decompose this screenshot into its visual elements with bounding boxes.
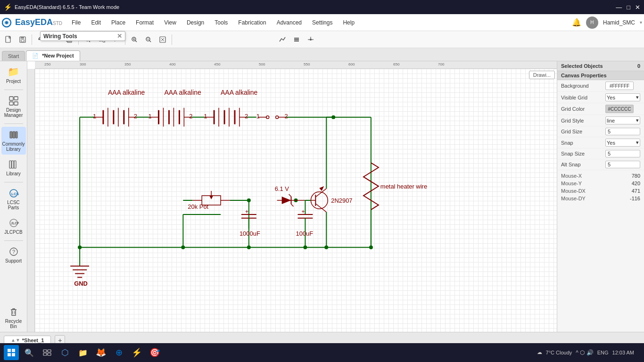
rp-bg-color[interactable]: #FFFFFF — [605, 82, 634, 90]
taskbar-explorer[interactable]: 📁 — [75, 345, 91, 360]
tab-project-icon: 📄 — [32, 53, 39, 58]
sidebar-item-commonly-library[interactable]: Commonly Library — [1, 127, 26, 155]
rp-label-grid-size: Grid Size — [561, 129, 603, 134]
label-aaa3: AAA alkaline — [221, 89, 258, 96]
rp-label-grid-style: Grid Style — [561, 118, 603, 123]
svg-rect-32 — [9, 97, 13, 100]
mouse-dx-value: 471 — [632, 188, 640, 194]
rp-grid-size-value[interactable]: 5 — [605, 128, 640, 135]
taskbar-vscode[interactable]: ⬡ — [58, 345, 73, 360]
label-gnd: GND — [74, 280, 88, 287]
tab-project[interactable]: 📄 *New Project — [26, 50, 80, 61]
taskbar-easyeda[interactable]: ⚡ — [129, 345, 144, 360]
menu-settings[interactable]: Settings — [307, 17, 337, 28]
svg-line-23 — [149, 41, 151, 42]
menu-view[interactable]: View — [159, 17, 181, 28]
wiring-tools-popup[interactable]: Wiring Tools ✕ — [40, 31, 125, 41]
minimize-button[interactable]: — — [616, 4, 622, 11]
menu-fabrication[interactable]: Fabrication — [233, 17, 271, 28]
design-manager-icon — [8, 96, 19, 106]
mouse-x-value: 780 — [632, 173, 640, 179]
sidebar-divider-4 — [4, 240, 23, 241]
new-button[interactable] — [2, 33, 15, 46]
notification-icon[interactable]: 🔔 — [572, 18, 581, 27]
tab-start[interactable]: Start — [2, 51, 25, 61]
pot-arrow — [209, 196, 213, 199]
menu-design[interactable]: Design — [182, 17, 209, 28]
mouse-dy-value: -116 — [630, 196, 640, 201]
taskbar-search[interactable]: 🔍 — [22, 345, 37, 360]
svg-text:LCSC: LCSC — [11, 192, 19, 196]
taskbar-firefox[interactable]: 🦊 — [93, 345, 108, 360]
sidebar-item-design-manager[interactable]: Design Manager — [1, 93, 26, 121]
sidebar-item-lcsc-parts[interactable]: LCSC LCSC Parts — [1, 185, 26, 213]
rp-grid-color[interactable]: #CCCCCC — [605, 105, 634, 113]
svg-rect-34 — [14, 97, 18, 100]
mouse-dx-label: Mouse-DX — [561, 188, 586, 194]
pin2-bat4: 2 — [285, 113, 288, 120]
close-button[interactable]: ✕ — [635, 4, 640, 11]
place-wire-button[interactable] — [276, 33, 289, 46]
taskbar-clock[interactable]: 12:03 AM — [612, 349, 634, 356]
svg-rect-120 — [8, 349, 11, 352]
menu-file[interactable]: File — [67, 17, 85, 28]
sidebar-item-project[interactable]: 📁 Project — [1, 63, 26, 87]
fit-button[interactable] — [156, 33, 169, 46]
menu-advanced[interactable]: Advanced — [272, 17, 306, 28]
bus-icon — [293, 36, 300, 43]
place-junction-button[interactable] — [304, 33, 317, 46]
taskbar-taskview[interactable] — [40, 345, 55, 360]
sidebar-item-recycle-bin[interactable]: Recycle Bin — [1, 304, 26, 332]
sidebar-item-jlcpcb[interactable]: JLCPCB JLCPCB — [1, 215, 26, 238]
rp-visible-grid-select[interactable]: Yes ▾ — [605, 93, 640, 101]
rp-snap-select[interactable]: Yes ▾ — [605, 139, 640, 147]
ruler-tick-550: 550 — [304, 62, 310, 66]
rp-grid-style-value: line — [607, 118, 615, 123]
save-button[interactable] — [16, 33, 29, 46]
commonly-library-icon — [8, 130, 19, 140]
menu-help[interactable]: Help — [338, 17, 359, 28]
sidebar-label-design-manager: Design Manager — [2, 107, 25, 118]
menu-format[interactable]: Format — [131, 17, 158, 28]
schematic-canvas[interactable]: Drawi... .sch-text { font-family: Arial,… — [35, 69, 557, 332]
start-button[interactable] — [4, 345, 19, 360]
rp-row-grid-color: Grid Color #CCCCCC — [557, 103, 644, 115]
wiring-tools-close[interactable]: ✕ — [117, 33, 122, 40]
junction-mid-bottom — [181, 246, 185, 249]
menu-tools[interactable]: Tools — [210, 17, 232, 28]
window-controls[interactable]: — □ ✕ — [616, 4, 640, 11]
zoom-out-button[interactable] — [142, 33, 155, 46]
title-bar: ⚡ EasyEDA(Standard) 6.5.5 - Team Work mo… — [0, 0, 644, 14]
schematic-svg[interactable]: .sch-text { font-family: Arial, sans-ser… — [35, 69, 557, 332]
maximize-button[interactable]: □ — [627, 4, 630, 11]
label-zener: 6.1 V — [275, 185, 289, 192]
toolbar: ? Wiring Tools ✕ — [0, 31, 644, 48]
mouse-row-dy: Mouse-DY -116 — [561, 195, 640, 202]
taskbar-edge[interactable]: ⊕ — [111, 345, 126, 360]
project-icon: 📁 — [8, 66, 19, 77]
rp-alt-snap-value[interactable]: 5 — [605, 161, 640, 168]
sidebar-item-support[interactable]: ? Support — [1, 244, 26, 266]
menu-place[interactable]: Place — [107, 17, 130, 28]
rp-header-count: 0 — [637, 63, 640, 69]
place-bus-button[interactable] — [290, 33, 303, 46]
label-pot: 20k Pot — [188, 203, 208, 210]
username[interactable]: Hamid_SMC — [603, 19, 635, 26]
canvas-area[interactable]: 250 300 350 400 450 500 550 600 650 700 … — [27, 61, 557, 332]
sidebar-label-commonly-library: Commonly Library — [2, 141, 25, 152]
mouse-section: Mouse-X 780 Mouse-Y 420 Mouse-DX 471 Mou… — [557, 170, 644, 204]
taskbar-app5[interactable]: 🎯 — [147, 345, 162, 360]
mouse-y-value: 420 — [632, 181, 640, 186]
svg-rect-37 — [13, 132, 15, 138]
svg-point-31 — [310, 39, 312, 41]
ruler-tick-650: 650 — [393, 62, 399, 66]
dropdown-arrow[interactable]: ▾ — [640, 20, 642, 25]
rp-header: Selected Objects 0 — [557, 61, 644, 71]
tab-start-label: Start — [8, 53, 19, 59]
menu-edit[interactable]: Edit — [86, 17, 106, 28]
rp-snap-size-value[interactable]: 5 — [605, 150, 640, 157]
zoom-in-button[interactable] — [128, 33, 141, 46]
svg-line-96 — [289, 194, 291, 197]
sidebar-item-library[interactable]: Library — [1, 156, 26, 179]
rp-grid-style-select[interactable]: line ▾ — [605, 116, 640, 124]
